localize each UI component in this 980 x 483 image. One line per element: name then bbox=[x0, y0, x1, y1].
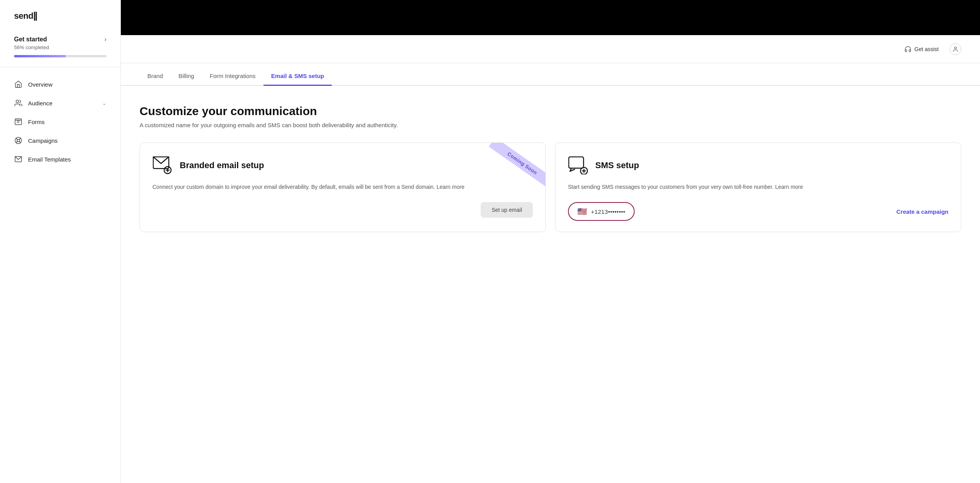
branded-email-card-desc: Connect your custom domain to improve yo… bbox=[152, 183, 533, 191]
sms-card-title: SMS setup bbox=[595, 160, 639, 170]
logo-bars: ǁ bbox=[33, 11, 37, 21]
sidebar-item-overview-label: Overview bbox=[28, 81, 106, 88]
sidebar-nav: Overview Audience ⌄ bbox=[0, 67, 120, 176]
tab-brand[interactable]: Brand bbox=[140, 66, 171, 86]
campaigns-icon bbox=[14, 136, 23, 145]
page-heading: Customize your communication bbox=[140, 105, 961, 118]
sms-chat-icon bbox=[568, 156, 588, 174]
branded-email-icon bbox=[152, 155, 173, 176]
create-campaign-button[interactable]: Create a campaign bbox=[897, 205, 948, 218]
sidebar-item-campaigns[interactable]: Campaigns bbox=[0, 131, 120, 150]
svg-line-7 bbox=[16, 138, 18, 140]
svg-rect-17 bbox=[569, 157, 584, 168]
svg-line-10 bbox=[16, 141, 18, 143]
home-icon bbox=[14, 80, 23, 89]
content-area: Brand Billing Form Integrations Email & … bbox=[121, 63, 980, 483]
tabs-bar: Brand Billing Form Integrations Email & … bbox=[121, 63, 980, 86]
progress-bar-fill bbox=[14, 55, 66, 57]
card-icon-title-email: Branded email setup bbox=[152, 155, 533, 176]
branded-email-card-footer: Set up email bbox=[152, 202, 533, 218]
progress-bar-track bbox=[14, 55, 106, 57]
branded-email-card: Coming Soon Branded emai bbox=[140, 142, 546, 232]
svg-point-0 bbox=[16, 100, 19, 103]
tab-email-sms-setup[interactable]: Email & SMS setup bbox=[264, 66, 332, 86]
sms-phone-row: 🇺🇸 +1213•••••••• Create a campaign bbox=[568, 202, 948, 221]
top-black-bar bbox=[121, 0, 980, 35]
email-icon bbox=[14, 155, 23, 163]
app-logo: sendǁ bbox=[0, 0, 120, 29]
sidebar-item-audience[interactable]: Audience ⌄ bbox=[0, 94, 120, 112]
get-started-progress-text: 56% completed bbox=[14, 44, 106, 50]
sidebar-item-audience-label: Audience bbox=[28, 100, 97, 107]
headset-icon bbox=[904, 46, 911, 53]
get-assist-label: Get assist bbox=[915, 46, 939, 52]
phone-number-text: +1213•••••••• bbox=[591, 208, 625, 215]
page-body: Customize your communication A customize… bbox=[121, 86, 980, 248]
svg-line-9 bbox=[19, 138, 21, 140]
tab-form-integrations[interactable]: Form Integrations bbox=[202, 66, 264, 86]
page-subheading: A customized name for your outgoing emai… bbox=[140, 122, 961, 128]
us-flag-icon: 🇺🇸 bbox=[577, 207, 587, 216]
sidebar-item-forms[interactable]: Forms bbox=[0, 112, 120, 131]
main-area: Get assist Brand Billing Form Integratio… bbox=[121, 0, 980, 483]
sidebar-item-email-templates-label: Email Templates bbox=[28, 156, 106, 163]
sms-icon bbox=[568, 155, 588, 176]
sidebar-item-forms-label: Forms bbox=[28, 119, 106, 125]
email-envelope-icon bbox=[153, 156, 172, 174]
people-icon bbox=[14, 99, 23, 107]
svg-rect-1 bbox=[15, 119, 22, 125]
branded-email-card-title: Branded email setup bbox=[180, 160, 264, 170]
user-avatar-button[interactable] bbox=[950, 43, 961, 55]
set-up-email-button[interactable]: Set up email bbox=[481, 202, 533, 218]
person-icon bbox=[952, 46, 959, 52]
tab-billing[interactable]: Billing bbox=[171, 66, 202, 86]
get-started-section[interactable]: Get started › 56% completed bbox=[0, 29, 120, 67]
sms-card-desc: Start sending SMS messages to your custo… bbox=[568, 183, 948, 191]
sidebar-item-overview[interactable]: Overview bbox=[0, 75, 120, 94]
forms-icon bbox=[14, 117, 23, 126]
topbar: Get assist bbox=[121, 35, 980, 63]
card-icon-title-sms: SMS setup bbox=[568, 155, 948, 176]
logo-text: send bbox=[14, 11, 33, 21]
sidebar: sendǁ Get started › 56% completed Overvi… bbox=[0, 0, 121, 483]
sidebar-item-email-templates[interactable]: Email Templates bbox=[0, 150, 120, 169]
cards-row: Coming Soon Branded emai bbox=[140, 142, 961, 232]
chevron-down-icon: ⌄ bbox=[102, 100, 106, 106]
get-started-title: Get started bbox=[14, 36, 47, 43]
svg-point-12 bbox=[954, 47, 956, 49]
get-assist-button[interactable]: Get assist bbox=[904, 46, 939, 53]
sms-setup-card: SMS setup Start sending SMS messages to … bbox=[555, 142, 961, 232]
phone-number-display: 🇺🇸 +1213•••••••• bbox=[568, 202, 635, 221]
sidebar-item-campaigns-label: Campaigns bbox=[28, 137, 106, 144]
get-started-arrow[interactable]: › bbox=[104, 36, 106, 43]
svg-line-8 bbox=[19, 141, 21, 143]
